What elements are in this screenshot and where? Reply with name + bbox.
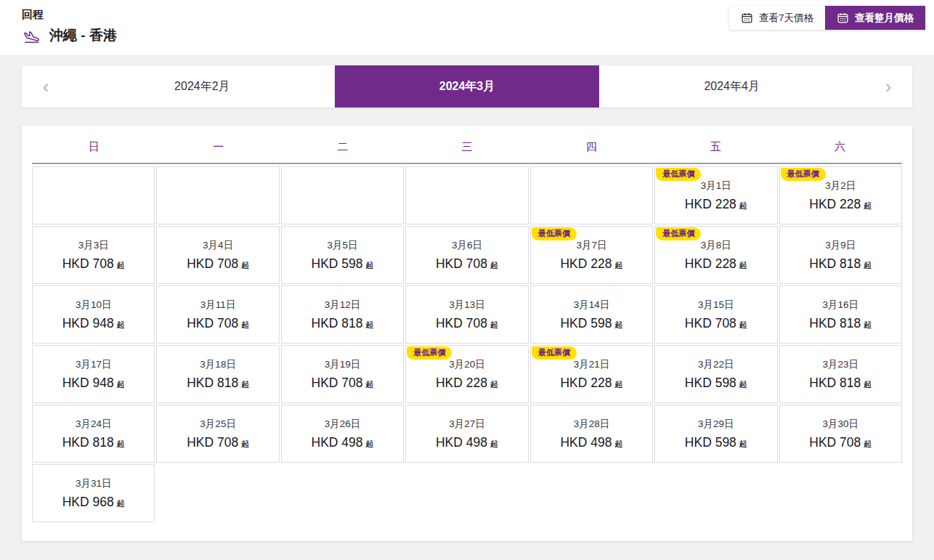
month-navigation: ‹ 2024年2月 2024年3月 2024年4月 › — [22, 65, 912, 107]
from-suffix: 起 — [366, 320, 374, 329]
view-7day-button[interactable]: 查看7天價格 — [729, 6, 825, 30]
day-date: 3月17日 — [76, 358, 112, 371]
from-suffix: 起 — [739, 201, 747, 210]
weekday-header-row: 日一二三四五六 — [32, 133, 902, 164]
view-month-button[interactable]: 查看整月價格 — [825, 6, 925, 30]
day-price-cell[interactable]: 3月13日HKD 708起 — [405, 285, 528, 344]
day-price: HKD 228起 — [560, 376, 622, 391]
day-price-cell[interactable]: 3月3日HKD 708起 — [32, 226, 155, 284]
lowest-fare-badge: 最低票價 — [532, 346, 577, 360]
day-price: HKD 228起 — [436, 376, 498, 391]
from-suffix: 起 — [739, 380, 747, 389]
from-suffix: 起 — [117, 320, 125, 329]
day-price-cell[interactable]: 最低票價3月8日HKD 228起 — [654, 226, 777, 284]
day-date: 3月29日 — [698, 418, 734, 431]
weekday-header: 四 — [529, 140, 654, 154]
plane-landing-icon — [22, 26, 42, 45]
day-price-cell[interactable]: 最低票價3月21日HKD 228起 — [530, 345, 653, 403]
day-price: HKD 708起 — [685, 316, 747, 331]
day-price: HKD 228起 — [809, 197, 872, 212]
day-price: HKD 498起 — [436, 435, 498, 450]
day-price: HKD 708起 — [312, 376, 374, 391]
day-date: 3月15日 — [698, 299, 734, 312]
day-price-cell[interactable]: 3月11日HKD 708起 — [156, 285, 279, 344]
day-price-cell[interactable]: 3月5日HKD 598起 — [281, 226, 404, 284]
day-price-cell[interactable]: 最低票價3月2日HKD 228起 — [779, 166, 902, 224]
month-tab-next[interactable]: 2024年4月 — [599, 65, 864, 107]
day-price-cell[interactable]: 3月30日HKD 708起 — [779, 405, 902, 463]
day-price-cell[interactable]: 3月12日HKD 818起 — [281, 285, 404, 344]
day-price: HKD 228起 — [685, 197, 747, 212]
day-price-cell[interactable]: 3月10日HKD 948起 — [32, 285, 155, 344]
day-price: HKD 708起 — [187, 316, 249, 331]
day-date: 3月31日 — [76, 477, 112, 490]
calendar-icon — [837, 12, 849, 24]
from-suffix: 起 — [490, 439, 498, 448]
day-price-cell[interactable]: 3月19日HKD 708起 — [281, 345, 404, 403]
day-price: HKD 598起 — [312, 256, 374, 272]
day-date: 3月16日 — [823, 299, 859, 312]
from-suffix: 起 — [614, 261, 622, 269]
day-price-cell[interactable]: 3月9日HKD 818起 — [779, 226, 902, 284]
day-price: HKD 818起 — [809, 376, 872, 391]
day-date: 3月24日 — [76, 418, 112, 431]
day-price-cell[interactable]: 3月28日HKD 498起 — [530, 405, 653, 463]
day-date: 3月7日 — [576, 239, 606, 252]
day-price-cell[interactable]: 3月25日HKD 708起 — [156, 405, 279, 463]
day-price: HKD 968起 — [62, 495, 125, 510]
empty-day-cell — [530, 166, 653, 224]
from-suffix: 起 — [490, 261, 498, 269]
from-suffix: 起 — [366, 380, 374, 389]
page-header: 回程 沖繩 - 香港 查看7天價格 — [0, 0, 934, 55]
day-price-cell[interactable]: 3月6日HKD 708起 — [405, 226, 528, 284]
weekday-header: 日 — [32, 140, 156, 154]
day-price-cell[interactable]: 最低票價3月20日HKD 228起 — [405, 345, 528, 403]
from-suffix: 起 — [490, 320, 498, 329]
day-price-cell[interactable]: 3月4日HKD 708起 — [156, 226, 279, 284]
day-date: 3月13日 — [449, 299, 485, 312]
day-price-cell[interactable]: 3月26日HKD 498起 — [281, 405, 404, 463]
day-price-cell[interactable]: 3月24日HKD 818起 — [32, 405, 155, 463]
day-date: 3月6日 — [452, 239, 482, 252]
from-suffix: 起 — [614, 439, 622, 448]
day-price-cell[interactable]: 3月23日HKD 818起 — [779, 345, 902, 403]
day-price-cell[interactable]: 3月16日HKD 818起 — [779, 285, 902, 344]
day-date: 3月8日 — [701, 239, 731, 252]
day-price: HKD 498起 — [560, 435, 622, 450]
day-date: 3月27日 — [449, 418, 485, 431]
chevron-right-icon[interactable]: › — [864, 65, 912, 107]
price-calendar: 日一二三四五六 最低票價3月1日HKD 228起最低票價3月2日HKD 228起… — [22, 126, 912, 541]
day-date: 3月25日 — [200, 418, 236, 431]
month-tab-prev[interactable]: 2024年2月 — [70, 65, 335, 107]
day-date: 3月26日 — [325, 418, 361, 431]
view-7day-label: 查看7天價格 — [759, 12, 813, 25]
weekday-header: 一 — [156, 140, 280, 154]
lowest-fare-badge: 最低票價 — [532, 227, 577, 240]
day-date: 3月28日 — [574, 418, 610, 431]
day-price-cell[interactable]: 3月14日HKD 598起 — [530, 285, 653, 344]
from-suffix: 起 — [490, 380, 498, 389]
empty-day-cell — [32, 166, 155, 224]
from-suffix: 起 — [241, 439, 249, 448]
from-suffix: 起 — [241, 320, 249, 329]
chevron-left-icon[interactable]: ‹ — [22, 65, 70, 107]
day-price-cell[interactable]: 3月27日HKD 498起 — [405, 405, 528, 463]
month-tab-current[interactable]: 2024年3月 — [335, 65, 600, 107]
day-price-cell[interactable]: 3月29日HKD 598起 — [654, 405, 777, 463]
day-price-cell[interactable]: 3月15日HKD 708起 — [654, 285, 777, 344]
day-price: HKD 818起 — [62, 435, 125, 450]
view-month-label: 查看整月價格 — [855, 12, 914, 25]
day-price-cell[interactable]: 3月18日HKD 818起 — [156, 345, 279, 403]
day-price-cell[interactable]: 3月22日HKD 598起 — [654, 345, 777, 403]
day-price-cell[interactable]: 最低票價3月1日HKD 228起 — [654, 166, 777, 224]
empty-day-cell — [156, 166, 279, 224]
day-date: 3月19日 — [325, 358, 361, 371]
day-price-cell[interactable]: 最低票價3月7日HKD 228起 — [530, 226, 653, 284]
empty-day-cell — [405, 166, 528, 224]
day-price-cell[interactable]: 3月31日HKD 968起 — [32, 464, 155, 522]
day-date: 3月21日 — [574, 358, 610, 371]
day-date: 3月14日 — [574, 299, 610, 312]
day-price-cell[interactable]: 3月17日HKD 948起 — [32, 345, 155, 403]
day-price: HKD 708起 — [62, 256, 125, 272]
day-date: 3月3日 — [78, 239, 109, 252]
